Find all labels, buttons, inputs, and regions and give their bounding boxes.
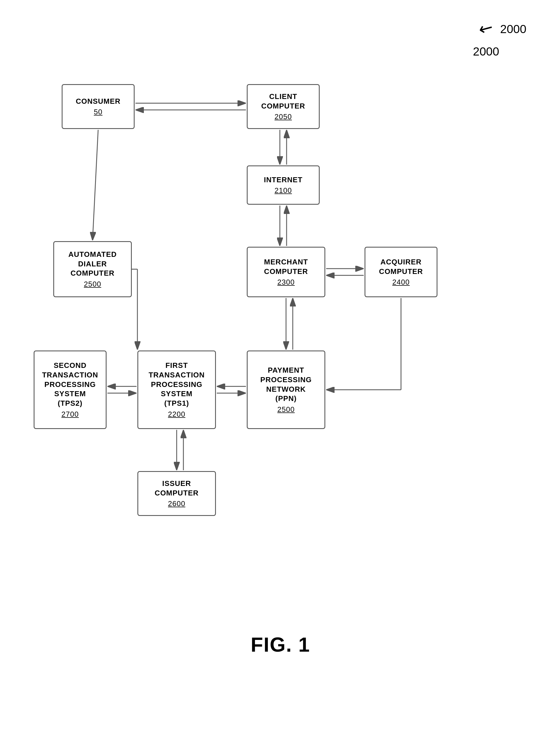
consumer-box: CONSUMER 50 [62,84,135,129]
client-computer-box: CLIENTCOMPUTER 2050 [247,84,320,129]
diagram-ref-number: 2000 [500,22,526,36]
automated-dialer-label: AUTOMATEDDIALERCOMPUTER [68,250,117,278]
automated-dialer-number: 2500 [84,280,101,289]
internet-number: 2100 [275,186,292,195]
acquirer-computer-box: ACQUIRERCOMPUTER 2400 [365,247,437,297]
merchant-computer-label: MERCHANTCOMPUTER [264,257,308,276]
fig-label: FIG. 1 [251,633,310,656]
merchant-computer-number: 2300 [277,278,295,287]
first-tps-number: 2200 [168,410,185,419]
issuer-computer-label: ISSUERCOMPUTER [155,479,199,498]
internet-label: INTERNET [264,175,303,185]
consumer-label: CONSUMER [76,97,121,106]
diagram-container: 2000 CONSUMER 50 CLIENTCOMPUTER 2050 INT… [28,34,533,679]
automated-dialer-box: AUTOMATEDDIALERCOMPUTER 2500 [53,241,132,297]
issuer-computer-number: 2600 [168,499,185,508]
internet-box: INTERNET 2100 [247,165,320,205]
ppn-label: PAYMENTPROCESSINGNETWORK(PPN) [260,366,312,403]
first-tps-box: FIRSTTRANSACTIONPROCESSINGSYSTEM(TPS1) 2… [137,350,216,429]
ppn-number: 2500 [277,405,295,414]
issuer-computer-box: ISSUERCOMPUTER 2600 [137,471,216,516]
arrow-consumer-to-dialer [93,130,98,240]
first-tps-label: FIRSTTRANSACTIONPROCESSINGSYSTEM(TPS1) [149,361,205,408]
acquirer-computer-label: ACQUIRERCOMPUTER [379,257,423,276]
second-tps-label: SECONDTRANSACTIONPROCESSINGSYSTEM(TPS2) [42,361,98,408]
client-computer-label: CLIENTCOMPUTER [261,92,305,111]
second-tps-box: SECONDTRANSACTIONPROCESSINGSYSTEM(TPS2) … [34,350,107,429]
merchant-computer-box: MERCHANTCOMPUTER 2300 [247,247,325,297]
consumer-number: 50 [94,108,103,116]
reference-number: 2000 [473,45,499,58]
ppn-box: PAYMENTPROCESSINGNETWORK(PPN) 2500 [247,350,325,429]
client-computer-number: 2050 [275,112,292,121]
second-tps-number: 2700 [61,410,79,419]
acquirer-computer-number: 2400 [392,278,410,287]
